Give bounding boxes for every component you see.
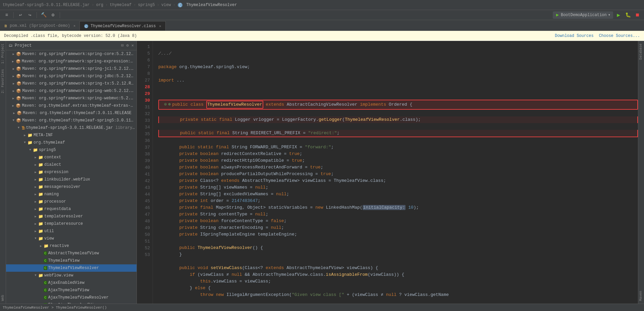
download-sources-link[interactable]: Download Sources [555,34,593,38]
ide-toolbar: ≡ ↩ ↪ 🔨 ⚙ BootDemoApplication ▾ ▶ 🐛 ⏹ [0,10,644,20]
title-org: org [96,3,103,7]
sidebar-database-label[interactable]: Database [638,41,644,62]
main-area: 1: Project 2: Favorites Web 🗂 Project ⊟ … [0,41,644,304]
tab-class-label: ThymeleafViewResolver.class [91,24,156,29]
tab-pom-label: pom.xml (Springboot-demo) [10,23,70,28]
tree-item-templateresolver[interactable]: ▶📁templateresolver [6,213,137,220]
tab-class[interactable]: C ThymeleafViewResolver.class ✕ [80,21,165,31]
tree-item-spring-web[interactable]: ▶📦Maven: org.springframework:spring-web:… [6,87,137,95]
project-tree: ▶📦Maven: org.springframework:spring-core… [6,50,137,304]
title-spring5: spring5 [138,3,155,7]
tree-item-abstract-thymeleaf[interactable]: CAbstractThymeleafView [6,250,137,257]
settings-icon[interactable]: ⚙ [126,43,129,48]
tree-item-spring-jdbc[interactable]: ▶📦Maven: org.springframework:spring-jdbc… [6,72,137,80]
project-header-icons: ⊟ ⚙ ✕ [121,43,134,48]
right-sidebar: Database Maven [638,41,644,304]
editor[interactable]: 1 5 6 7 8 27 28 29 30 31 32 33 34 35 36 … [137,41,638,304]
tree-item-expression[interactable]: ▶📁expression [6,168,137,176]
run-config[interactable]: BootDemoApplication ▾ [553,11,613,19]
left-sidebar: 1: Project 2: Favorites Web [0,41,6,304]
tree-item-spring-tx[interactable]: ▶📦Maven: org.springframework:spring-tx:5… [6,80,137,87]
info-bar: Decompiled .class file, bytecode version… [0,31,644,41]
tree-item-dialect[interactable]: ▶📁dialect [6,161,137,168]
tree-item-thymeleaf-spring5[interactable]: ▼📦Maven: org.thymeleaf:thymeleaf-spring5… [6,117,137,124]
tree-item-messageresolver[interactable]: ▶📁messageresolver [6,183,137,191]
choose-sources-link[interactable]: Choose Sources... [599,34,640,38]
tree-item-webflow-view[interactable]: ▼📁webflow.view [6,272,137,279]
line-numbers: 1 5 6 7 8 27 28 29 30 31 32 33 34 35 36 … [137,41,153,304]
sidebar-maven-label[interactable]: Maven [638,288,644,304]
sidebar-favorites-label[interactable]: 2: Favorites [0,66,5,96]
title-view: view [161,3,171,7]
tree-item-jar[interactable]: ▼🗜thymeleaf-spring5-3.0.11.RELEASE.jar l… [6,124,137,132]
svg-marker-2 [556,14,559,16]
tree-item-thymeleaf[interactable]: ▶📦Maven: org.thymeleaf:thymeleaf:3.0.11.… [6,109,137,117]
tab-bar: 🗎 pom.xml (Springboot-demo) ✕ C Thymelea… [0,20,644,31]
build-btn[interactable]: 🔨 [40,11,48,19]
tree-item-util[interactable]: ▶📁util [6,227,137,235]
project-header: 🗂 Project ⊟ ⚙ ✕ [6,41,137,50]
tree-item-thymeleaf-extras[interactable]: ▶📦Maven: org.thymeleaf.extras:thymeleaf-… [6,102,137,109]
close-panel-icon[interactable]: ✕ [131,43,134,48]
title-bar: thymeleaf-spring5-3.0.11.RELEASE.jar › o… [0,0,644,10]
toolbar-sep1 [13,12,14,18]
tree-item-ajax-enabled[interactable]: CAjaxEnabledView [6,279,137,287]
sidebar-web-label[interactable]: Web [0,292,5,304]
tree-item-requestdata[interactable]: ▶📁requestdata [6,205,137,213]
tab-pom[interactable]: 🗎 pom.xml (Springboot-demo) ✕ [0,21,80,31]
tree-item-context[interactable]: ▶📁context [6,154,137,161]
tree-item-ajax-resolver[interactable]: CAjaxThymeleafViewResolver [6,294,137,301]
sidebar-project-label[interactable]: 1: Project [0,41,5,66]
tree-item-reactive[interactable]: ▶📁reactive [6,242,137,250]
tree-item-processor[interactable]: ▶📁processor [6,198,137,205]
tree-item-thymeleaf-view-resolver[interactable]: CThymeleafViewResolver [6,264,137,272]
tree-item-naming[interactable]: ▶📁naming [6,191,137,198]
tree-item-flow-ajax[interactable]: CFlowAjaxThymeleafView [6,301,137,304]
project-panel: 🗂 Project ⊟ ⚙ ✕ ▶📦Maven: org.springframe… [6,41,137,304]
tree-item-thymeleaf-view[interactable]: CThymeleafView [6,257,137,264]
info-actions: Download Sources Choose Sources... [555,34,640,38]
toolbar-sep2 [37,12,37,18]
decompile-info: Decompiled .class file, bytecode version… [4,34,137,38]
debug-btn[interactable]: 🐛 [624,11,632,19]
code-area: /.../ package org.thymeleaf.spring5.view… [153,41,638,304]
menu-btn[interactable]: ≡ [3,11,11,19]
tree-item-org-thymeleaf[interactable]: ▼📁org.thymeleaf [6,139,137,146]
tree-item-spring-jcl[interactable]: ▶📦Maven: org.springframework:spring-jcl:… [6,65,137,72]
settings-btn[interactable]: ⚙ [49,11,57,19]
tree-item-view[interactable]: ▼📁view [6,235,137,242]
project-icon: 🗂 [9,43,13,48]
title-classname: C ThymeleafViewResolver [177,2,237,8]
run-config-arrow: ▾ [608,12,610,17]
run-btn[interactable]: ▶ [614,11,623,19]
tree-item-spring-expression[interactable]: ▶📦Maven: org.springframework:spring-expr… [6,58,137,65]
tab-pom-close[interactable]: ✕ [73,24,75,28]
tree-item-spring-webmvc[interactable]: ▶📦Maven: org.springframework:spring-webm… [6,95,137,102]
project-title: Project [15,43,32,48]
tree-item-spring5[interactable]: ▼📁spring5 [6,146,137,154]
undo-btn[interactable]: ↩ [16,11,24,19]
tree-item-ajax-thymeleaf[interactable]: CAjaxThymeleafView [6,287,137,294]
bottom-status: ThymeleafViewResolver > ThymeleafViewRes… [3,306,107,310]
svg-text:C: C [85,25,88,28]
tree-item-linkbuilder[interactable]: ▶📁linkbuilder.webflux [6,176,137,183]
tree-item-spring-core[interactable]: ▶📦Maven: org.springframework:spring-core… [6,50,137,58]
bottom-bar: ThymeleafViewResolver > ThymeleafViewRes… [0,304,644,311]
tab-class-close[interactable]: ✕ [159,24,161,28]
run-config-label: BootDemoApplication [561,13,607,17]
xml-icon: 🗎 [4,24,8,28]
tree-item-templateresource[interactable]: ▶📁templateresource [6,220,137,227]
stop-btn[interactable]: ⏹ [633,11,641,19]
tree-item-meta-inf[interactable]: ▶📁META-INF [6,132,137,139]
title-thymeleaf: thymeleaf [110,3,131,7]
svg-text:C: C [179,3,181,7]
collapse-icon[interactable]: ⊟ [121,43,123,48]
title-path: thymeleaf-spring5-3.0.11.RELEASE.jar [3,3,90,7]
toolbar-sep3 [60,12,60,18]
redo-btn[interactable]: ↪ [26,11,34,19]
